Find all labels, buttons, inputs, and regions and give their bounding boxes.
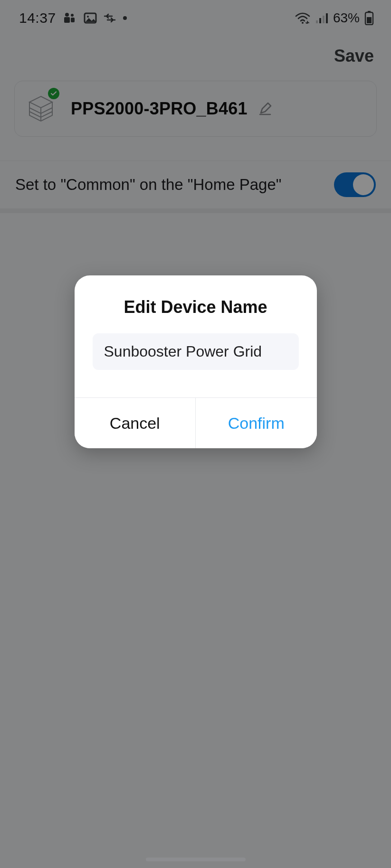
cancel-button[interactable]: Cancel [75, 398, 196, 448]
dialog-title: Edit Device Name [75, 275, 317, 333]
confirm-button[interactable]: Confirm [196, 398, 317, 448]
dialog-actions: Cancel Confirm [75, 397, 317, 448]
edit-device-name-dialog: Edit Device Name Cancel Confirm [75, 275, 317, 448]
home-indicator [146, 858, 246, 861]
dialog-input-wrap [93, 333, 299, 370]
device-name-input[interactable] [104, 343, 287, 360]
